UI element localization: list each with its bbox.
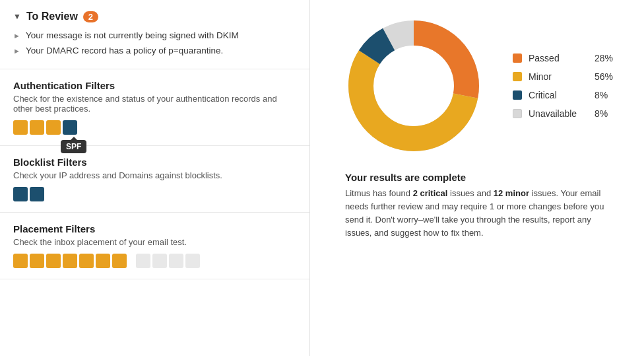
chart-legend: Passed 28% Minor 56% Critical 8% Unavail… [513, 53, 613, 119]
legend-color-critical [513, 90, 522, 100]
block-passed-2 [30, 120, 44, 135]
legend-item-minor: Minor 56% [513, 71, 613, 82]
legend-item-unavailable: Unavailable 8% [513, 108, 613, 119]
to-review-badge: 2 [83, 11, 98, 22]
blocklist-filters-section: Blocklist Filters Check your IP address … [0, 146, 309, 213]
placement-block-w1 [136, 254, 150, 268]
legend-color-minor [513, 72, 522, 81]
legend-pct-critical: 8% [595, 90, 608, 100]
results-title: Your results are complete [345, 172, 609, 183]
results-text-before1: Litmus has found [345, 188, 413, 198]
chart-legend-area: Passed 28% Minor 56% Critical 8% Unavail… [341, 13, 613, 159]
donut-hole [374, 46, 453, 125]
results-critical-count: 2 critical [413, 188, 448, 198]
results-text: Litmus has found 2 critical issues and 1… [345, 187, 609, 240]
placement-block-w3 [169, 254, 183, 268]
results-text-between: issues and [447, 188, 493, 198]
review-item-2: ► Your DMARC record has a policy of p=qu… [13, 46, 296, 55]
legend-pct-minor: 56% [595, 71, 613, 82]
placement-filters-section: Placement Filters Check the inbox placem… [0, 213, 309, 279]
to-review-title: To Review [26, 11, 78, 22]
block-passed-3 [46, 120, 61, 135]
placement-blocks [13, 254, 296, 268]
legend-color-unavailable [513, 109, 522, 118]
auth-filters-blocks: SPF [13, 120, 296, 135]
legend-label-critical: Critical [529, 90, 588, 100]
block-dark-2 [30, 187, 44, 201]
blocklist-filters-desc: Check your IP address and Domains agains… [13, 170, 296, 180]
placement-filters-title: Placement Filters [13, 223, 296, 234]
legend-pct-unavailable: 8% [595, 108, 608, 119]
placement-filters-desc: Check the inbox placement of your email … [13, 237, 296, 247]
to-review-section: ▼ To Review 2 ► Your message is not curr… [0, 0, 309, 69]
legend-label-minor: Minor [529, 71, 588, 82]
donut-svg [341, 13, 486, 159]
placement-block-y4 [63, 254, 77, 268]
left-panel: ▼ To Review 2 ► Your message is not curr… [0, 0, 310, 356]
chevron-down-icon: ▼ [13, 12, 21, 21]
block-critical-1 [63, 120, 77, 135]
placement-block-y7 [112, 254, 127, 268]
blocklist-filters-title: Blocklist Filters [13, 157, 296, 168]
blocklist-blocks [13, 187, 296, 201]
results-box: Your results are complete Litmus has fou… [338, 172, 616, 240]
donut-chart [341, 13, 486, 159]
auth-filters-section: Authentication Filters Check for the exi… [0, 69, 309, 146]
block-passed-1 [13, 120, 28, 135]
placement-block-w2 [152, 254, 167, 268]
spf-tooltip: SPF [61, 140, 86, 153]
legend-item-passed: Passed 28% [513, 53, 613, 63]
auth-filters-desc: Check for the existence and status of yo… [13, 94, 296, 114]
review-item-1: ► Your message is not currently being si… [13, 30, 296, 40]
arrow-icon-2: ► [13, 47, 20, 55]
legend-pct-passed: 28% [595, 53, 613, 63]
review-item-text-2: Your DMARC record has a policy of p=quar… [26, 46, 223, 55]
placement-block-y6 [96, 254, 110, 268]
placement-block-y3 [46, 254, 61, 268]
auth-filters-title: Authentication Filters [13, 80, 296, 91]
placement-block-y1 [13, 254, 28, 268]
legend-label-unavailable: Unavailable [529, 108, 588, 119]
legend-label-passed: Passed [529, 53, 588, 63]
legend-item-critical: Critical 8% [513, 90, 613, 100]
placement-block-y2 [30, 254, 44, 268]
legend-color-passed [513, 53, 522, 63]
to-review-header: ▼ To Review 2 [13, 11, 296, 22]
results-minor-count: 12 minor [494, 188, 529, 198]
right-panel: Passed 28% Minor 56% Critical 8% Unavail… [310, 0, 644, 356]
placement-block-y5 [79, 254, 94, 268]
placement-block-w4 [185, 254, 200, 268]
block-dark-1 [13, 187, 28, 201]
arrow-icon-1: ► [13, 32, 20, 40]
review-item-text-1: Your message is not currently being sign… [26, 30, 239, 40]
